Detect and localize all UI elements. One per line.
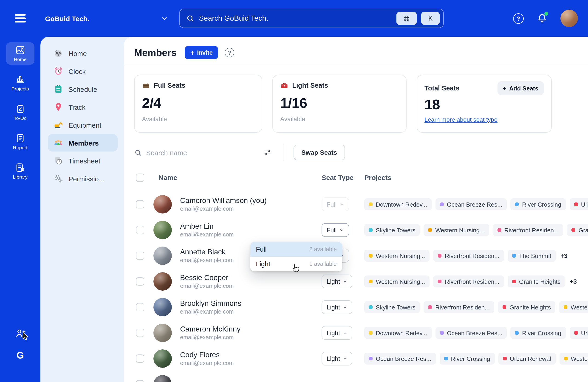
member-name: Amber Lin xyxy=(180,222,313,230)
avatar xyxy=(153,324,172,342)
workspace-panel: Home Clock Schedule Track Equipment Memb… xyxy=(41,37,588,382)
row-checkbox[interactable] xyxy=(136,200,144,208)
total-seats-card: Total Seats + Add Seats 18 Learn more ab… xyxy=(417,75,552,133)
notification-dot xyxy=(544,12,548,16)
primary-nav-rail: Home Projects To-Do Report Library xyxy=(0,37,41,382)
hamburger-menu-icon[interactable] xyxy=(15,14,26,22)
row-checkbox[interactable] xyxy=(136,277,144,286)
rail-item-todo[interactable]: To-Do xyxy=(0,97,41,127)
seat-type-dropdown[interactable]: Full xyxy=(322,223,349,237)
rail-item-library[interactable]: Library xyxy=(0,156,41,185)
menu-option-light[interactable]: Light 1 available xyxy=(250,257,342,271)
gobuid-logo[interactable]: G xyxy=(17,350,24,361)
search-placeholder: Search GoBuid Tech. xyxy=(199,14,392,22)
timesheet-clock-icon xyxy=(53,156,63,166)
sidebar-item-permissions[interactable]: Permissio... xyxy=(48,170,118,187)
sidebar-item-track[interactable]: Track xyxy=(48,98,118,116)
members-group-icon xyxy=(53,138,63,148)
project-tag: Western Nursing... xyxy=(364,250,430,262)
excavator-icon xyxy=(53,120,63,130)
user-avatar[interactable] xyxy=(560,10,578,27)
project-tag: Riverfront Residen... xyxy=(493,224,564,236)
swap-seats-button[interactable]: Swap Seats xyxy=(294,145,345,160)
rail-item-projects[interactable]: Projects xyxy=(0,68,41,97)
table-row: Annette Black email@example.com Full Wes… xyxy=(124,243,588,269)
global-search-input[interactable]: Search GoBuid Tech. ⌘ K xyxy=(179,9,444,28)
seat-stats: Full Seats 2/4 Available Light Seats 1/1… xyxy=(134,75,552,133)
add-seats-button[interactable]: + Add Seats xyxy=(498,81,544,95)
seat-type-dropdown[interactable]: Light xyxy=(322,352,353,365)
seat-type-dropdown: Full xyxy=(322,198,349,211)
raccoon-icon xyxy=(53,48,63,58)
sidebar-item-home[interactable]: Home xyxy=(48,44,118,62)
table-header: Name Seat Type Projects xyxy=(124,171,588,185)
table-row: Cameron McKinny email@example.com Light … xyxy=(124,320,588,346)
project-tag: Riverfront Residen... xyxy=(433,276,504,287)
user-plus-icon[interactable] xyxy=(15,328,26,339)
seat-type-dropdown[interactable]: Light xyxy=(322,300,353,314)
avatar xyxy=(153,349,172,368)
notifications-bell-icon[interactable] xyxy=(537,13,547,24)
project-tag: River Crossing xyxy=(439,353,495,364)
workspace-selector[interactable]: GoBuid Tech. xyxy=(45,15,168,22)
project-tag: River Crossing xyxy=(511,327,566,339)
plus-icon: + xyxy=(190,49,194,57)
project-tag: Western Nursing... xyxy=(424,224,489,236)
chevron-down-icon xyxy=(161,15,168,22)
name-search-input[interactable]: Search name xyxy=(134,149,263,156)
more-projects-count[interactable]: +3 xyxy=(560,252,567,259)
sidebar-item-equipment[interactable]: Equipment xyxy=(48,116,118,134)
seat-type-dropdown[interactable]: Light xyxy=(322,275,353,288)
briefcase-icon xyxy=(142,81,150,90)
chevron-down-icon xyxy=(339,202,344,207)
invite-button[interactable]: + Invite xyxy=(185,46,218,59)
plus-icon: + xyxy=(503,85,506,92)
sidebar-item-timesheet[interactable]: Timesheet xyxy=(48,152,118,169)
row-checkbox[interactable] xyxy=(136,329,144,337)
rail-item-home[interactable]: Home xyxy=(0,39,41,68)
row-checkbox[interactable] xyxy=(136,252,144,260)
workspace-name: GoBuid Tech. xyxy=(45,15,89,22)
light-seats-value: 1/16 xyxy=(280,95,399,112)
divider xyxy=(283,144,283,161)
help-icon[interactable]: ? xyxy=(513,13,524,24)
avatar xyxy=(153,298,172,316)
page-title: Members xyxy=(134,47,176,58)
bar-chart-icon xyxy=(15,74,25,84)
menu-option-full[interactable]: Full 2 available xyxy=(250,242,342,257)
seat-type-link[interactable]: Learn more about seat type xyxy=(424,116,498,123)
avatar xyxy=(153,272,172,291)
project-tag: Ocean Breeze Res... xyxy=(436,198,507,210)
top-bar: GoBuid Tech. Search GoBuid Tech. ⌘ K ? xyxy=(0,0,588,37)
member-email: email@example.com xyxy=(180,206,313,212)
sidebar-item-members[interactable]: Members xyxy=(48,134,118,152)
full-seats-card: Full Seats 2/4 Available xyxy=(134,75,262,133)
project-tag: Skyline Towers xyxy=(364,224,420,236)
member-email: email@example.com xyxy=(180,334,313,341)
sidebar-item-clock[interactable]: Clock xyxy=(48,62,118,80)
row-checkbox[interactable] xyxy=(136,354,144,363)
calendar-icon xyxy=(53,84,63,94)
seat-type-dropdown[interactable]: Light xyxy=(322,326,353,340)
row-checkbox[interactable] xyxy=(136,226,144,234)
project-tag: Urban Renewal xyxy=(569,327,588,339)
members-page: Members + Invite ? Full Seats 2/4 Availa… xyxy=(124,37,588,382)
rail-item-report[interactable]: Report xyxy=(0,127,41,156)
row-checkbox[interactable] xyxy=(136,380,144,382)
project-tag: Urban Renewal xyxy=(569,198,588,210)
search-icon xyxy=(134,149,142,156)
project-tag: Ocean Breeze Res... xyxy=(436,327,507,339)
project-tag: The Summit xyxy=(508,250,556,262)
filter-sliders-icon[interactable] xyxy=(263,148,272,157)
chevron-down-icon xyxy=(343,279,348,284)
table-row: Brooklyn Simmons email@example.com Light… xyxy=(124,294,588,320)
row-checkbox[interactable] xyxy=(136,303,144,311)
chevron-down-icon xyxy=(343,356,348,361)
select-all-checkbox[interactable] xyxy=(136,174,144,182)
location-pin-icon xyxy=(53,102,63,112)
seat-type-menu: Full 2 available Light 1 available xyxy=(250,242,342,271)
more-projects-count[interactable]: +3 xyxy=(570,278,577,285)
table-row: Amber Lin email@example.com Full Skyline… xyxy=(124,217,588,243)
members-help-icon[interactable]: ? xyxy=(225,48,234,57)
sidebar-item-schedule[interactable]: Schedule xyxy=(48,80,118,98)
